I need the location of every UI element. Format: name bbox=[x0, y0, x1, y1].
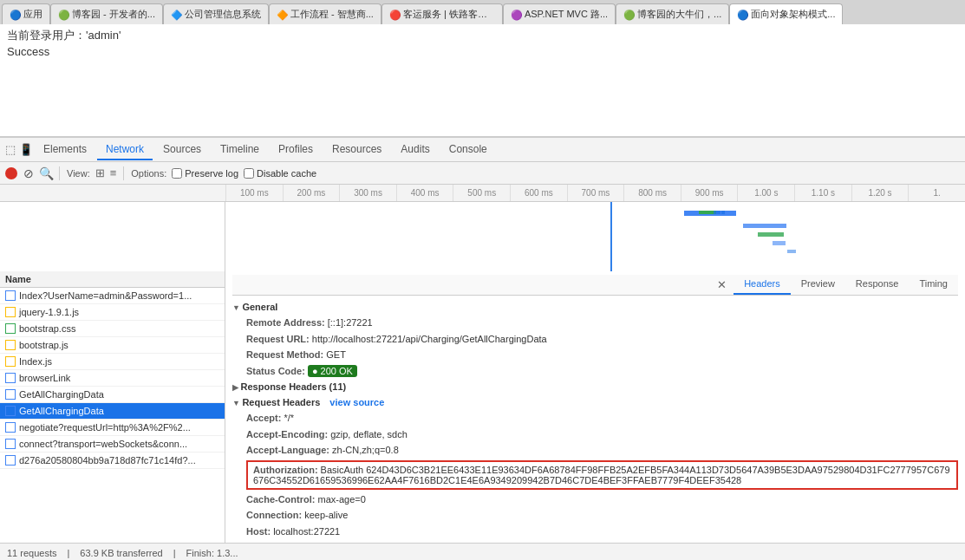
record-button[interactable] bbox=[5, 167, 17, 179]
tab-resources[interactable]: Resources bbox=[323, 140, 390, 160]
response-headers-section-title[interactable]: Response Headers (11) bbox=[232, 379, 958, 394]
page-content: 当前登录用户：'admin' Success bbox=[0, 24, 965, 137]
ruler-mark-300ms: 300 ms bbox=[339, 185, 396, 201]
request-item-bootstrap-css[interactable]: bootstrap.css bbox=[0, 321, 225, 337]
general-section-title[interactable]: General bbox=[232, 299, 958, 315]
status-bar: 11 requests | 63.9 KB transferred | Fini… bbox=[0, 543, 965, 560]
host-value: localhost:27221 bbox=[273, 526, 340, 537]
tab-favicon-app: 🔵 bbox=[10, 10, 20, 20]
ruler-marks: 100 ms 200 ms 300 ms 400 ms 500 ms 600 m… bbox=[225, 185, 965, 201]
tab-timeline[interactable]: Timeline bbox=[212, 140, 268, 160]
mobile-icon[interactable]: 📱 bbox=[19, 143, 33, 157]
list-view-icon[interactable]: ≡ bbox=[110, 166, 117, 179]
page-success-line: Success bbox=[7, 45, 958, 58]
tab-blogpark[interactable]: 🟢 博客园 - 开发者的... bbox=[50, 3, 163, 24]
requests-panel: Name Index?UserName=admin&Password=1... … bbox=[0, 271, 225, 543]
headers-tab-headers[interactable]: Headers bbox=[734, 275, 791, 295]
authorization-label: Authorization: bbox=[253, 465, 321, 475]
request-name-getall2: GetAllChargingData bbox=[19, 406, 104, 416]
request-item-jquery[interactable]: jquery-1.9.1.js bbox=[0, 304, 225, 321]
status-text-value: OK bbox=[339, 366, 353, 376]
grid-view-icon[interactable]: ⊞ bbox=[95, 166, 105, 179]
ruler-mark-1s: 1.00 s bbox=[737, 185, 794, 201]
headers-panel: ✕ Headers Preview Response Timing Genera… bbox=[225, 271, 965, 543]
request-item-getall2[interactable]: GetAllChargingData bbox=[0, 403, 225, 420]
request-name-browserlink: browserLink bbox=[19, 373, 70, 383]
tab-app[interactable]: 🔵 应用 bbox=[2, 3, 50, 24]
tab-label-blogpark: 博客园 - 开发者的... bbox=[72, 8, 155, 21]
request-item-d276[interactable]: d276a20580804bb9a718d87fc71c14fd?... bbox=[0, 453, 225, 469]
request-headers-section-title[interactable]: Request Headers view source bbox=[232, 394, 958, 410]
inspect-icon[interactable]: ⬚ bbox=[3, 143, 17, 157]
ruler-mark-12s: 1.20 s bbox=[851, 185, 909, 201]
request-icon-getall1 bbox=[5, 389, 16, 400]
request-icon-d276 bbox=[5, 455, 16, 466]
ruler-mark-800ms: 800 ms bbox=[623, 185, 681, 201]
request-name-bootstrap-js: bootstrap.js bbox=[19, 340, 68, 350]
waterfall-bar-4 bbox=[721, 211, 725, 214]
headers-tab-preview[interactable]: Preview bbox=[791, 275, 845, 295]
view-source-link[interactable]: view source bbox=[329, 397, 384, 407]
tab-oop[interactable]: 🔵 面向对象架构模式... bbox=[729, 3, 843, 24]
tab-sources[interactable]: Sources bbox=[154, 140, 210, 160]
status-code-row: Status Code: ● 200 OK bbox=[232, 363, 958, 380]
headers-tab-timing[interactable]: Timing bbox=[909, 275, 958, 295]
main-split: Name Index?UserName=admin&Password=1... … bbox=[0, 271, 965, 543]
cache-control-value: max-age=0 bbox=[318, 494, 366, 505]
request-name-getall1: GetAllChargingData bbox=[19, 389, 104, 400]
tab-label-blogpark2: 博客园的大牛们，... bbox=[637, 8, 721, 21]
accept-encoding-value: gzip, deflate, sdch bbox=[330, 429, 408, 440]
request-item-negotiate[interactable]: negotiate?requestUrl=http%3A%2F%2... bbox=[0, 420, 225, 436]
request-item-bootstrap-js[interactable]: bootstrap.js bbox=[0, 337, 225, 354]
accept-label: Accept: bbox=[246, 413, 284, 423]
tab-aspnet[interactable]: 🟣 ASP.NET MVC 路... bbox=[503, 3, 616, 24]
tab-console[interactable]: Console bbox=[440, 140, 496, 160]
clear-button[interactable]: ⊘ bbox=[23, 167, 35, 179]
request-item-index[interactable]: Index?UserName=admin&Password=1... bbox=[0, 288, 225, 304]
disable-cache-checkbox[interactable] bbox=[244, 168, 254, 179]
tab-blogpark2[interactable]: 🟢 博客园的大牛们，... bbox=[616, 3, 729, 24]
tab-network[interactable]: Network bbox=[97, 140, 153, 160]
connection-value: keep-alive bbox=[304, 510, 348, 520]
request-icon-bootstrap-js bbox=[5, 340, 16, 350]
tab-passenger[interactable]: 🔴 客运服务 | 铁路客户... bbox=[381, 3, 503, 24]
request-url-label: Request URL: bbox=[246, 334, 312, 344]
close-button[interactable]: ✕ bbox=[710, 275, 734, 295]
options-label: Options: bbox=[131, 168, 166, 179]
host-row: Host: localhost:27221 bbox=[232, 524, 958, 540]
remote-address-value: [::1]:27221 bbox=[328, 317, 373, 328]
request-name-index: Index?UserName=admin&Password=1... bbox=[19, 290, 192, 301]
cache-control-row: Cache-Control: max-age=0 bbox=[232, 492, 958, 508]
tab-company[interactable]: 🔷 公司管理信息系统 bbox=[163, 3, 269, 24]
preserve-log-group: Preserve log bbox=[172, 168, 238, 179]
browser-tabs-bar: 🔵 应用 🟢 博客园 - 开发者的... 🔷 公司管理信息系统 🔶 工作流程 -… bbox=[0, 0, 965, 24]
status-badge: ● 200 OK bbox=[308, 365, 357, 377]
accept-language-value: zh-CN,zh;q=0.8 bbox=[332, 445, 399, 455]
tab-workflow[interactable]: 🔶 工作流程 - 智慧商... bbox=[269, 3, 381, 24]
requests-header: Name bbox=[0, 271, 225, 288]
request-icon-negotiate bbox=[5, 422, 16, 433]
headers-tab-response[interactable]: Response bbox=[845, 275, 910, 295]
request-item-indexjs[interactable]: Index.js bbox=[0, 354, 225, 370]
waterfall-bar-5 bbox=[743, 224, 786, 228]
request-method-value: GET bbox=[326, 349, 346, 360]
status-finish: Finish: 1.3... bbox=[186, 548, 238, 558]
waterfall-bar-3 bbox=[714, 211, 720, 214]
request-url-row: Request URL: http://localhost:27221/api/… bbox=[232, 331, 958, 348]
tab-elements[interactable]: Elements bbox=[35, 140, 95, 160]
request-item-browserlink[interactable]: browserLink bbox=[0, 370, 225, 387]
waterfall-bar-6 bbox=[758, 232, 784, 237]
request-item-getall1[interactable]: GetAllChargingData bbox=[0, 387, 225, 403]
ruler-mark-more: 1. bbox=[908, 185, 965, 201]
waterfall-area bbox=[0, 202, 965, 271]
preserve-log-checkbox[interactable] bbox=[172, 168, 182, 179]
status-requests: 11 requests bbox=[7, 548, 56, 558]
request-item-connect[interactable]: connect?transport=webSockets&conn... bbox=[0, 436, 225, 453]
waterfall-right bbox=[225, 202, 965, 271]
status-separator2: | bbox=[173, 548, 176, 558]
tab-audits[interactable]: Audits bbox=[392, 140, 438, 160]
filter-icon[interactable]: 🔍 bbox=[40, 167, 52, 179]
tab-profiles[interactable]: Profiles bbox=[270, 140, 322, 160]
waterfall-left bbox=[0, 202, 225, 271]
preserve-log-label: Preserve log bbox=[185, 168, 238, 179]
